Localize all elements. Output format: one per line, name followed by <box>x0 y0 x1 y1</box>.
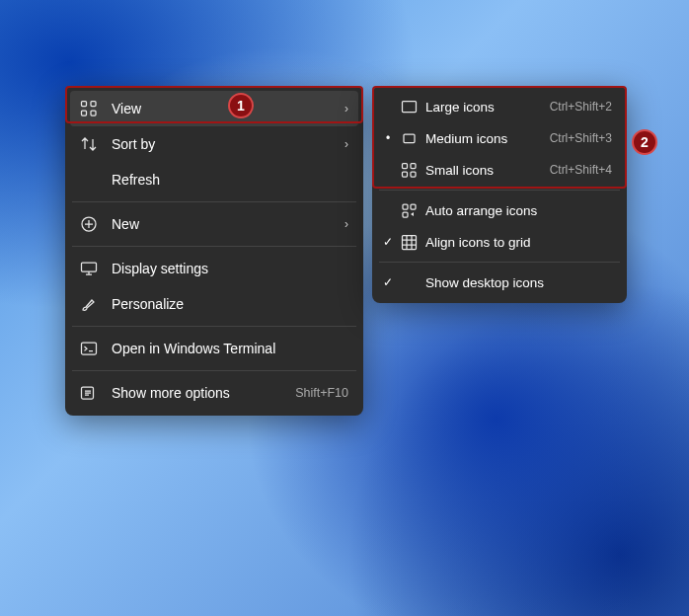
chevron-right-icon: › <box>344 137 348 151</box>
monitor-icon <box>80 260 98 277</box>
menu-item-label: Personalize <box>112 296 348 312</box>
svg-rect-5 <box>82 263 97 271</box>
menu-item-label: Refresh <box>112 172 348 188</box>
submenu-item-shortcut: Ctrl+Shift+4 <box>550 163 612 177</box>
chevron-right-icon: › <box>344 217 348 231</box>
menu-item-show-more[interactable]: Show more options Shift+F10 <box>70 375 358 411</box>
desktop-context-menu: View › Sort by › Refresh New › Display s… <box>65 86 363 416</box>
more-options-icon <box>80 384 98 402</box>
menu-item-label: View <box>112 101 331 116</box>
align-grid-icon <box>401 234 418 251</box>
svg-rect-8 <box>403 101 417 112</box>
separator <box>379 262 620 263</box>
radio-indicator <box>383 133 393 143</box>
check-indicator <box>383 277 393 287</box>
large-icons-icon <box>401 99 418 116</box>
svg-rect-17 <box>403 235 417 249</box>
menu-item-refresh[interactable]: Refresh <box>70 162 358 197</box>
view-submenu: Large icons Ctrl+Shift+2 Medium icons Ct… <box>372 86 627 303</box>
separator <box>72 246 356 247</box>
menu-item-display-settings[interactable]: Display settings <box>70 251 358 286</box>
svg-rect-11 <box>411 163 416 168</box>
blank-icon <box>401 274 418 291</box>
submenu-item-label: Auto arrange icons <box>425 203 612 218</box>
view-icon <box>80 100 98 117</box>
svg-rect-12 <box>403 172 408 177</box>
svg-rect-10 <box>403 163 408 168</box>
sort-icon <box>80 135 98 153</box>
submenu-item-label: Medium icons <box>425 131 542 146</box>
menu-item-label: Sort by <box>112 136 331 152</box>
submenu-item-medium-icons[interactable]: Medium icons Ctrl+Shift+3 <box>377 122 622 154</box>
small-icons-icon <box>401 162 418 179</box>
plus-circle-icon <box>80 215 98 233</box>
terminal-icon <box>80 340 98 357</box>
menu-item-label: Display settings <box>112 261 348 276</box>
auto-arrange-icon <box>401 202 418 219</box>
svg-rect-13 <box>411 172 416 177</box>
submenu-item-shortcut: Ctrl+Shift+2 <box>550 100 612 114</box>
brush-icon <box>80 295 98 313</box>
submenu-item-label: Align icons to grid <box>425 235 612 250</box>
svg-rect-16 <box>403 212 408 217</box>
callout-badge-1: 1 <box>228 93 254 118</box>
submenu-item-show-desktop-icons[interactable]: Show desktop icons <box>377 267 622 298</box>
check-indicator <box>383 237 393 247</box>
menu-item-sort-by[interactable]: Sort by › <box>70 126 358 162</box>
submenu-item-shortcut: Ctrl+Shift+3 <box>550 131 612 145</box>
svg-rect-14 <box>403 204 408 209</box>
menu-item-label: Show more options <box>112 385 281 401</box>
radio-indicator <box>383 165 393 175</box>
submenu-item-auto-arrange[interactable]: Auto arrange icons <box>377 194 622 226</box>
svg-rect-1 <box>91 102 96 107</box>
svg-rect-0 <box>82 102 87 107</box>
menu-item-label: New <box>112 216 331 232</box>
medium-icons-icon <box>401 130 418 147</box>
svg-rect-3 <box>91 111 96 116</box>
svg-rect-6 <box>82 343 97 354</box>
menu-item-shortcut: Shift+F10 <box>295 386 348 400</box>
submenu-item-label: Large icons <box>425 100 542 115</box>
separator <box>379 190 620 191</box>
svg-rect-2 <box>82 111 87 116</box>
separator <box>72 326 356 327</box>
chevron-right-icon: › <box>344 102 348 116</box>
menu-item-open-terminal[interactable]: Open in Windows Terminal <box>70 331 358 366</box>
menu-item-new[interactable]: New › <box>70 206 358 242</box>
submenu-item-label: Show desktop icons <box>425 275 612 290</box>
submenu-item-large-icons[interactable]: Large icons Ctrl+Shift+2 <box>377 91 622 122</box>
menu-item-view[interactable]: View › <box>70 91 358 126</box>
menu-item-label: Open in Windows Terminal <box>112 341 348 356</box>
menu-item-personalize[interactable]: Personalize <box>70 286 358 322</box>
submenu-item-small-icons[interactable]: Small icons Ctrl+Shift+4 <box>377 154 622 186</box>
separator <box>72 370 356 371</box>
check-indicator <box>383 205 393 215</box>
submenu-item-label: Small icons <box>425 163 542 178</box>
radio-indicator <box>383 102 393 112</box>
svg-rect-9 <box>404 134 415 143</box>
separator <box>72 201 356 202</box>
blank-icon <box>80 171 98 189</box>
submenu-item-align-grid[interactable]: Align icons to grid <box>377 226 622 258</box>
callout-badge-2: 2 <box>632 129 657 155</box>
svg-rect-15 <box>411 204 416 209</box>
